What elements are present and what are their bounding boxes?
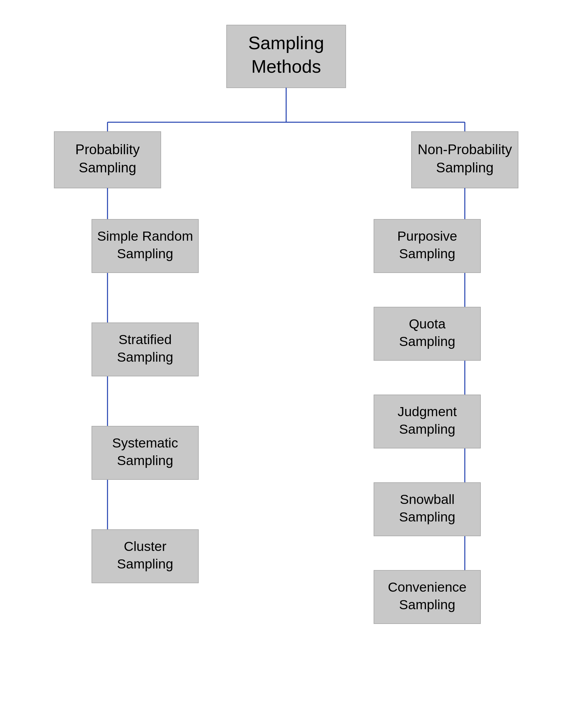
svg-text:Quota: Quota xyxy=(409,316,445,331)
probability-sampling-node: ProbabilitySampling xyxy=(54,132,161,188)
left-child-1: StratifiedSampling xyxy=(92,323,198,376)
root-node: SamplingMethods xyxy=(227,25,346,88)
right-child-4: ConvenienceSampling xyxy=(374,570,481,624)
diagram-container: SamplingMethodsProbabilitySamplingNon-Pr… xyxy=(35,12,537,721)
svg-text:Sampling: Sampling xyxy=(399,246,455,261)
svg-text:Judgment: Judgment xyxy=(398,404,457,419)
svg-text:Sampling: Sampling xyxy=(117,349,173,364)
svg-text:Cluster: Cluster xyxy=(124,539,166,554)
right-child-3: SnowballSampling xyxy=(374,483,481,536)
left-child-2: SystematicSampling xyxy=(92,426,198,480)
non-probability-sampling-node: Non-ProbabilitySampling xyxy=(412,132,518,188)
svg-text:Sampling: Sampling xyxy=(79,160,136,175)
svg-text:Sampling: Sampling xyxy=(117,453,173,468)
svg-text:Stratified: Stratified xyxy=(119,332,172,347)
svg-text:Simple Random: Simple Random xyxy=(97,228,193,243)
right-child-2: JudgmentSampling xyxy=(374,395,481,448)
svg-text:Sampling: Sampling xyxy=(248,32,324,53)
svg-text:Sampling: Sampling xyxy=(117,246,173,261)
svg-text:Probability: Probability xyxy=(75,142,139,157)
svg-text:Sampling: Sampling xyxy=(399,422,455,437)
svg-text:Snowball: Snowball xyxy=(400,492,454,507)
right-child-1: QuotaSampling xyxy=(374,307,481,360)
svg-text:Systematic: Systematic xyxy=(112,435,178,450)
svg-text:Methods: Methods xyxy=(251,56,320,76)
svg-text:Sampling: Sampling xyxy=(399,509,455,524)
svg-text:Sampling: Sampling xyxy=(117,556,173,571)
svg-text:Non-Probability: Non-Probability xyxy=(418,142,512,157)
left-child-3: ClusterSampling xyxy=(92,530,198,583)
svg-text:Sampling: Sampling xyxy=(399,334,455,349)
svg-text:Sampling: Sampling xyxy=(436,160,493,175)
left-child-0: Simple RandomSampling xyxy=(92,219,198,273)
svg-text:Purposive: Purposive xyxy=(397,228,457,243)
svg-text:Sampling: Sampling xyxy=(399,597,455,612)
right-child-0: PurposiveSampling xyxy=(374,219,481,273)
svg-text:Convenience: Convenience xyxy=(388,579,467,594)
